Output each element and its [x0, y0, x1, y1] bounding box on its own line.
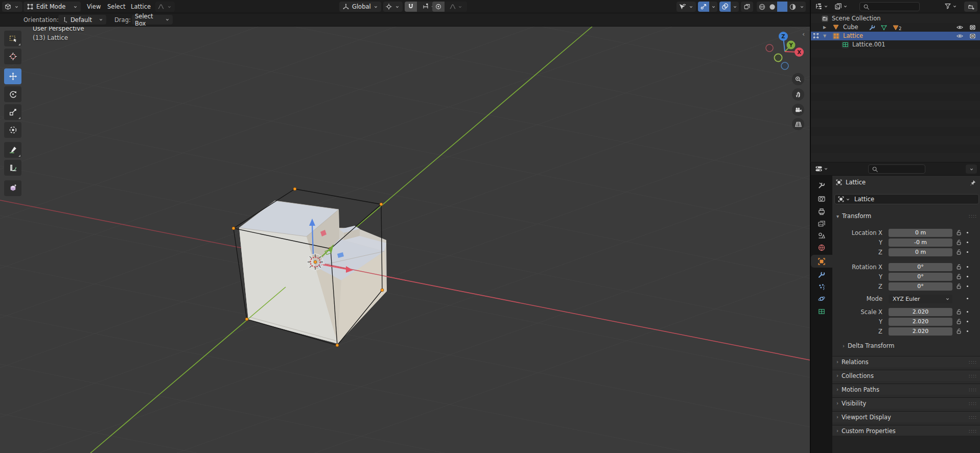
panel-drag-handle[interactable]: ::::	[969, 360, 977, 365]
viewport-perspective-button[interactable]	[792, 118, 804, 130]
drag-mode-dropdown[interactable]: Select Box	[132, 15, 173, 25]
sidebar-collapse-arrow[interactable]: ‹	[802, 30, 805, 38]
lock-open-icon[interactable]	[955, 308, 962, 315]
overlays-toggle[interactable]	[719, 2, 731, 12]
eye-icon[interactable]	[956, 23, 964, 31]
outliner-editor-type-dropdown[interactable]	[815, 3, 828, 10]
xray-toggle[interactable]	[741, 2, 753, 12]
shading-material-preview-button[interactable]	[777, 2, 787, 12]
panel-drag-handle[interactable]: ::::	[969, 387, 977, 392]
camera-restrict-icon[interactable]	[969, 32, 976, 40]
gizmo-dropdown[interactable]	[709, 2, 717, 12]
panel-relations[interactable]: ›Relations::::	[832, 356, 980, 367]
properties-editor-type-dropdown[interactable]	[815, 165, 828, 173]
editor-type-dropdown[interactable]	[2, 2, 22, 12]
outliner-row-scene collection[interactable]: Scene Collection	[811, 14, 980, 23]
panel-drag-handle[interactable]: ::::	[969, 415, 977, 420]
outliner-row-lattice[interactable]: ▼Lattice	[811, 32, 980, 40]
modifier-wrench-icon[interactable]	[869, 24, 876, 31]
properties-options-dropdown[interactable]	[966, 164, 977, 174]
animate-property-dot[interactable]	[965, 296, 970, 301]
toolbar-transform-button[interactable]	[4, 122, 21, 138]
toolbar-rotate-button[interactable]	[4, 86, 21, 102]
mode-dropdown[interactable]: XYZ Euler	[889, 295, 952, 303]
shading-wireframe-button[interactable]	[757, 2, 767, 12]
properties-tab-view-layer[interactable]	[811, 217, 832, 230]
toolbar-annotate-button[interactable]	[4, 142, 21, 158]
value-field[interactable]: 0 m	[889, 248, 952, 256]
delta-transform-panel[interactable]: › Delta Transform	[843, 341, 895, 350]
eye-icon[interactable]	[956, 32, 964, 40]
expander-down-icon[interactable]: ▼	[823, 32, 826, 40]
animate-property-dot[interactable]	[965, 264, 970, 270]
pivot-point-dropdown[interactable]	[383, 2, 403, 12]
animate-property-dot[interactable]	[965, 309, 970, 315]
shading-solid-button[interactable]	[767, 2, 777, 12]
toolbar-select-box-button[interactable]	[4, 31, 21, 46]
lock-open-icon[interactable]	[955, 239, 962, 246]
transform-panel-header[interactable]: ▾ Transform ::::	[832, 211, 980, 221]
outliner-item-label[interactable]: Scene Collection	[832, 14, 881, 23]
value-field[interactable]: 0°	[889, 282, 952, 291]
lock-open-icon[interactable]	[955, 328, 962, 335]
breadcrumb-object[interactable]: Lattice	[846, 179, 866, 186]
panel-motion-paths[interactable]: ›Motion Paths::::	[832, 384, 980, 395]
animate-property-dot[interactable]	[965, 240, 970, 245]
animate-property-dot[interactable]	[965, 283, 970, 289]
viewport-camera-button[interactable]	[792, 104, 804, 116]
lock-open-icon[interactable]	[955, 249, 962, 255]
panel-drag-handle[interactable]: ::::	[969, 428, 977, 434]
outliner-search-input[interactable]	[859, 2, 920, 11]
transform-orientation-dropdown[interactable]: Global	[339, 2, 381, 12]
outliner-filter-dropdown[interactable]	[944, 3, 957, 10]
panel-drag-handle[interactable]: ::::	[969, 373, 977, 378]
lock-open-icon[interactable]	[955, 264, 962, 270]
lock-open-icon[interactable]	[955, 283, 962, 290]
menu-view[interactable]: View	[85, 0, 103, 13]
snap-toggle[interactable]	[405, 2, 417, 12]
overlays-dropdown[interactable]	[731, 2, 739, 12]
panel-viewport-display[interactable]: ›Viewport Display::::	[832, 411, 980, 422]
viewport-3d[interactable]: Z Y X	[0, 0, 810, 453]
properties-tab-output[interactable]	[811, 205, 832, 218]
animate-property-dot[interactable]	[965, 319, 970, 324]
animate-property-dot[interactable]	[965, 274, 970, 279]
value-field[interactable]: 2.020	[889, 318, 952, 326]
properties-tab-tool[interactable]	[811, 179, 832, 192]
value-field[interactable]: 0 m	[889, 229, 952, 237]
lock-open-icon[interactable]	[955, 318, 962, 325]
properties-tab-object-data[interactable]	[811, 305, 832, 318]
camera-restrict-icon[interactable]	[969, 23, 976, 31]
value-field[interactable]: -0 m	[889, 239, 952, 247]
mesh-data-icon[interactable]	[892, 24, 899, 31]
outliner-item-label[interactable]: Lattice.001	[852, 40, 885, 49]
properties-tab-physics[interactable]	[811, 292, 832, 305]
lock-open-icon[interactable]	[955, 273, 962, 280]
menu-lattice[interactable]: Lattice	[129, 0, 153, 13]
gizmo-toggle[interactable]	[698, 2, 709, 12]
pin-icon[interactable]	[969, 179, 976, 186]
value-field[interactable]: 0°	[889, 273, 952, 281]
outliner-item-label[interactable]: Cube	[843, 23, 858, 32]
panel-drag-handle[interactable]: ::::	[969, 401, 977, 406]
viewport-zoom-button[interactable]	[792, 73, 804, 85]
properties-tab-scene[interactable]	[811, 229, 832, 242]
panel-drag-handle[interactable]: ::::	[969, 213, 977, 219]
properties-tab-particles[interactable]	[811, 280, 832, 293]
panel-collections[interactable]: ›Collections::::	[832, 370, 980, 381]
shading-dropdown[interactable]	[798, 2, 806, 12]
toolbar-measure-button[interactable]	[4, 160, 21, 176]
value-field[interactable]: 0°	[889, 263, 952, 271]
animate-property-dot[interactable]	[965, 249, 970, 255]
outliner-row-lattice-001[interactable]: Lattice.001	[811, 40, 980, 49]
value-field[interactable]: 2.020	[889, 327, 952, 336]
value-field[interactable]: 2.020	[889, 308, 952, 316]
properties-tab-object[interactable]	[811, 255, 832, 268]
properties-tab-render[interactable]	[811, 192, 832, 205]
falloff-dropdown[interactable]	[155, 2, 175, 12]
properties-search-input[interactable]	[868, 164, 925, 174]
new-collection-button[interactable]	[964, 2, 977, 12]
mode-selector-dropdown[interactable]: Edit Mode	[24, 2, 81, 12]
object-visibility-dropdown[interactable]	[676, 2, 696, 12]
properties-tab-modifiers[interactable]	[811, 268, 832, 281]
